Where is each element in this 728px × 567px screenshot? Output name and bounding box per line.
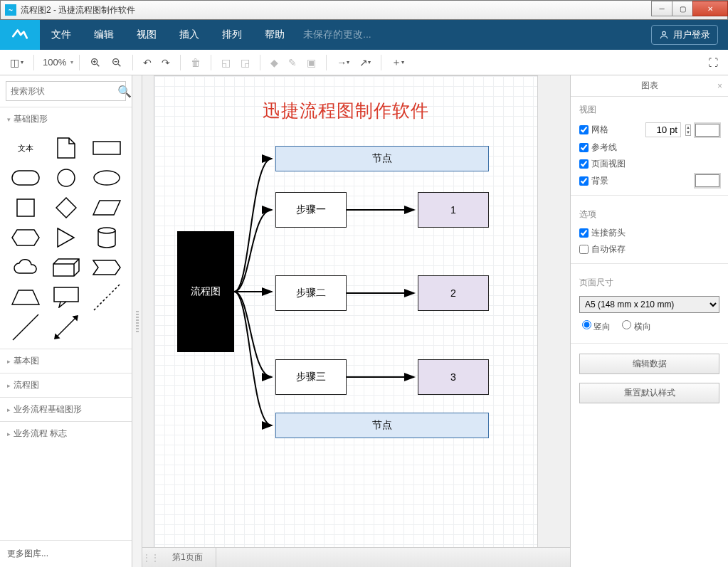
- add-button[interactable]: ＋ ▾: [387, 53, 408, 72]
- node-top[interactable]: 节点: [275, 146, 489, 171]
- connection-arrows-checkbox[interactable]: 连接箭头: [579, 227, 626, 239]
- svg-line-17: [55, 316, 78, 339]
- splitter[interactable]: [132, 75, 142, 567]
- node-step3[interactable]: 步骤三: [275, 359, 347, 395]
- menu-view[interactable]: 视图: [125, 20, 168, 50]
- more-libraries[interactable]: 更多图库...: [0, 540, 132, 567]
- shape-roundrect[interactable]: [7, 165, 43, 191]
- fullscreen-button[interactable]: ⛶: [704, 54, 722, 71]
- shape-cloud[interactable]: [7, 255, 43, 280]
- category-basic-shapes[interactable]: 基础图形: [0, 107, 132, 131]
- watermark: 迅捷流程图制作软件: [263, 99, 429, 122]
- shape-arrow-both[interactable]: [48, 314, 84, 340]
- stroke-button[interactable]: ✎: [284, 54, 301, 71]
- reset-style-button[interactable]: 重置默认样式: [579, 383, 719, 403]
- pageview-checkbox[interactable]: 页面视图: [579, 158, 626, 170]
- redo-button[interactable]: ↷: [157, 54, 174, 71]
- panel-title: 图表 ×: [571, 75, 728, 97]
- shape-cube[interactable]: [48, 255, 84, 280]
- shape-note[interactable]: [48, 135, 84, 161]
- layout-button[interactable]: ◫ ▾: [6, 54, 28, 71]
- canvas-page[interactable]: 迅捷流程图制作软件 流程图 节点 步骤一 1 步骤二 2 步骤三 3 节点: [154, 75, 538, 547]
- node-bottom[interactable]: 节点: [275, 413, 489, 438]
- svg-line-2: [97, 64, 99, 66]
- node-val2[interactable]: 2: [418, 275, 489, 311]
- grid-color-swatch[interactable]: [695, 124, 719, 137]
- shape-search[interactable]: 🔍: [6, 81, 126, 101]
- search-input[interactable]: [11, 86, 117, 96]
- page-size-select[interactable]: A5 (148 mm x 210 mm): [579, 296, 719, 313]
- orientation-portrait[interactable]: 竖向: [582, 320, 611, 333]
- search-icon: 🔍: [117, 85, 132, 98]
- minimize-button[interactable]: ─: [651, 1, 672, 16]
- shape-line-dashed[interactable]: [88, 285, 125, 310]
- node-step2[interactable]: 步骤二: [275, 275, 347, 311]
- shape-rect[interactable]: [88, 135, 125, 161]
- node-root[interactable]: 流程图: [177, 231, 234, 352]
- guides-checkbox[interactable]: 参考线: [579, 142, 617, 154]
- login-label: 用户登录: [673, 28, 710, 41]
- to-back-button[interactable]: ◲: [236, 54, 254, 71]
- shape-circle[interactable]: [48, 165, 84, 191]
- zoom-value[interactable]: 100%: [40, 57, 69, 68]
- undo-button[interactable]: ↶: [139, 54, 156, 71]
- shape-line[interactable]: [7, 314, 43, 340]
- node-val1[interactable]: 1: [418, 192, 489, 228]
- autosave-checkbox[interactable]: 自动保存: [579, 243, 626, 255]
- maximize-button[interactable]: ▢: [672, 1, 693, 16]
- menu-arrange[interactable]: 排列: [211, 20, 253, 50]
- menubar: 文件 编辑 视图 插入 排列 帮助 未保存的更改... 用户登录: [0, 20, 728, 50]
- shape-step[interactable]: [88, 255, 125, 280]
- panel-close-icon[interactable]: ×: [717, 81, 722, 91]
- user-icon: [659, 30, 669, 40]
- svg-point-11: [94, 171, 120, 185]
- shape-trapezoid[interactable]: [7, 285, 43, 310]
- shape-triangle[interactable]: [48, 225, 84, 250]
- page-tab-1[interactable]: 第1页面: [159, 548, 216, 567]
- stepper-up-icon[interactable]: ▲: [686, 125, 690, 130]
- svg-point-0: [663, 31, 666, 35]
- category-bpmn-basic[interactable]: 业务流程基础图形: [0, 398, 132, 421]
- connector-style-button[interactable]: → ▾: [332, 54, 354, 71]
- node-val3[interactable]: 3: [418, 359, 489, 395]
- shape-hexagon[interactable]: [7, 225, 43, 250]
- background-checkbox[interactable]: 背景: [579, 175, 608, 187]
- category-flowchart[interactable]: 流程图: [0, 373, 132, 397]
- zoom-in-button[interactable]: [85, 54, 105, 71]
- grid-checkbox[interactable]: 网格: [579, 124, 608, 136]
- shape-callout[interactable]: [48, 285, 84, 310]
- shape-cylinder[interactable]: [88, 225, 125, 250]
- shape-diamond[interactable]: [48, 195, 84, 221]
- shadow-button[interactable]: ▣: [302, 54, 320, 71]
- grid-size-input[interactable]: [645, 122, 681, 137]
- category-bpmn-symbols[interactable]: 业务流程 标志: [0, 422, 132, 445]
- node-step1[interactable]: 步骤一: [275, 192, 347, 228]
- to-front-button[interactable]: ◱: [217, 54, 235, 71]
- shapes-panel: 🔍 基础图形 文本: [0, 75, 132, 567]
- shape-square[interactable]: [7, 195, 43, 221]
- shape-parallelogram[interactable]: [88, 195, 125, 221]
- orientation-landscape[interactable]: 横向: [622, 320, 650, 333]
- fill-button[interactable]: ◆: [266, 54, 283, 71]
- page-tab-handle[interactable]: ⋮⋮: [142, 553, 159, 563]
- menu-insert[interactable]: 插入: [168, 20, 211, 50]
- canvas-scroll[interactable]: 迅捷流程图制作软件 流程图 节点 步骤一 1 步骤二 2 步骤三 3 节点: [142, 75, 570, 547]
- close-button[interactable]: ✕: [692, 1, 728, 16]
- shape-text[interactable]: 文本: [7, 135, 43, 161]
- background-color-swatch[interactable]: [695, 174, 719, 187]
- page-tabs: ⋮⋮ 第1页面: [142, 547, 570, 567]
- edit-data-button[interactable]: 编辑数据: [579, 354, 719, 374]
- zoom-out-icon: [111, 57, 122, 68]
- shape-ellipse[interactable]: [88, 165, 125, 191]
- menu-edit[interactable]: 编辑: [83, 20, 125, 50]
- zoom-out-button[interactable]: [107, 54, 127, 71]
- svg-point-10: [58, 169, 75, 186]
- app-logo[interactable]: [0, 20, 40, 50]
- login-button[interactable]: 用户登录: [651, 25, 718, 45]
- stepper-down-icon[interactable]: ▼: [686, 130, 690, 135]
- waypoint-button[interactable]: ↗ ▾: [355, 54, 375, 71]
- menu-file[interactable]: 文件: [40, 20, 83, 50]
- menu-help[interactable]: 帮助: [253, 20, 296, 50]
- category-basic-diagram[interactable]: 基本图: [0, 349, 132, 373]
- delete-button[interactable]: 🗑: [186, 54, 205, 71]
